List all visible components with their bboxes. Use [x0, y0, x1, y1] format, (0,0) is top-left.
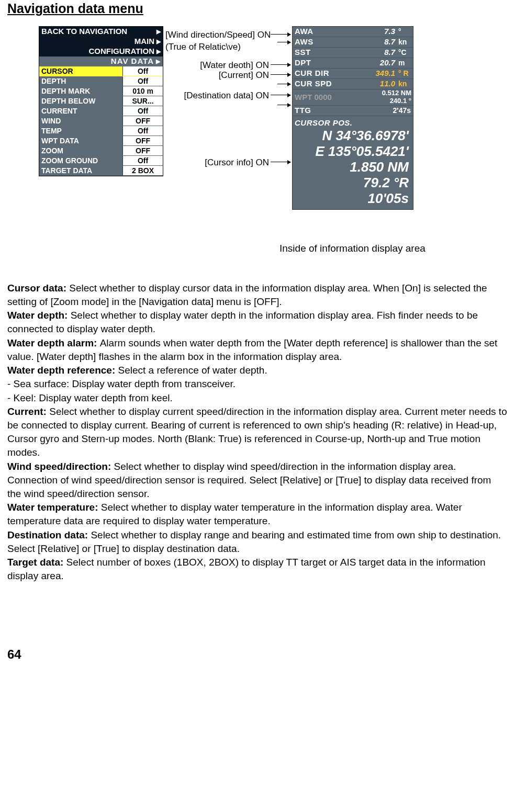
arrow-line: [271, 64, 290, 65]
figure-caption: Inside of information display area: [279, 242, 426, 255]
arrow-line: [271, 34, 290, 35]
menu-back[interactable]: BACK TO NAVIGATION▶: [39, 27, 163, 37]
section-title: Navigation data menu: [0, 0, 515, 24]
annot-cursor: [Cursor info] ON: [196, 157, 269, 169]
menu-item-wpt-data[interactable]: WPT DATAOFF: [39, 136, 163, 146]
info-row-awa: AWA7.3°: [293, 27, 413, 37]
info-row-curdir: CUR DIR349.1° R: [293, 69, 413, 79]
menu-item-depth[interactable]: DEPTHOff: [39, 76, 163, 86]
arrow-line: [271, 162, 290, 162]
arrow-icon: ▶: [156, 38, 161, 46]
menu-item-zoom-ground[interactable]: ZOOM GROUNDOff: [39, 156, 163, 166]
arrow-line: [271, 95, 290, 95]
menu-navdata-header: NAV DATA▶: [39, 57, 163, 66]
body-text: Cursor data: Select whether to display c…: [0, 255, 515, 583]
cursor-pos-body: N 34°36.6978' E 135°05.5421' 1.850 NM 79…: [293, 128, 413, 208]
figure-area: BACK TO NAVIGATION▶ MAIN▶ CONFIGURATION▶…: [0, 26, 515, 255]
page-number: 64: [0, 646, 515, 663]
menu-item-zoom[interactable]: ZOOMOFF: [39, 146, 163, 156]
arrow-icon: ▶: [156, 48, 161, 55]
info-row-wpt: WPT 00000.512 NM240.1 °: [293, 89, 413, 106]
menu-item-cursor[interactable]: CURSOROff: [39, 66, 163, 76]
info-row-dpt: DPT20.7m: [293, 58, 413, 69]
annot-current: [Current] ON: [196, 70, 269, 82]
menu-item-depth-below[interactable]: DEPTH BELOWSUR...: [39, 96, 163, 106]
arrow-line: [277, 105, 290, 105]
annot-dest: [Destination data] ON: [178, 90, 269, 102]
menu-main[interactable]: MAIN▶: [39, 37, 163, 47]
menu-item-wind[interactable]: WINDOFF: [39, 116, 163, 126]
arrow-line: [277, 84, 290, 84]
info-row-ttg: TTG2'47s: [293, 106, 413, 116]
info-row-sst: SST8.7°C: [293, 48, 413, 58]
menu-item-target-data[interactable]: TARGET DATA2 BOX: [39, 166, 163, 176]
annot-wind: [Wind direction/Speed] ON (True of Relat…: [165, 29, 271, 53]
info-row-aws: AWS8.7kn: [293, 37, 413, 48]
menu-item-temp[interactable]: TEMPOff: [39, 126, 163, 136]
arrow-line: [277, 42, 290, 42]
info-row-curspd: CUR SPD11.0kn: [293, 79, 413, 89]
back-arrow-icon: ▶: [156, 28, 161, 36]
nav-menu: BACK TO NAVIGATION▶ MAIN▶ CONFIGURATION▶…: [39, 26, 163, 176]
menu-item-current[interactable]: CURRENTOff: [39, 106, 163, 116]
cursor-pos-header: CURSOR POS.: [293, 116, 413, 128]
menu-config[interactable]: CONFIGURATION▶: [39, 47, 163, 57]
menu-item-depth-mark[interactable]: DEPTH MARK010 m: [39, 86, 163, 96]
info-display: AWA7.3° AWS8.7kn SST8.7°C DPT20.7m CUR D…: [292, 26, 413, 210]
arrow-line: [271, 74, 290, 75]
